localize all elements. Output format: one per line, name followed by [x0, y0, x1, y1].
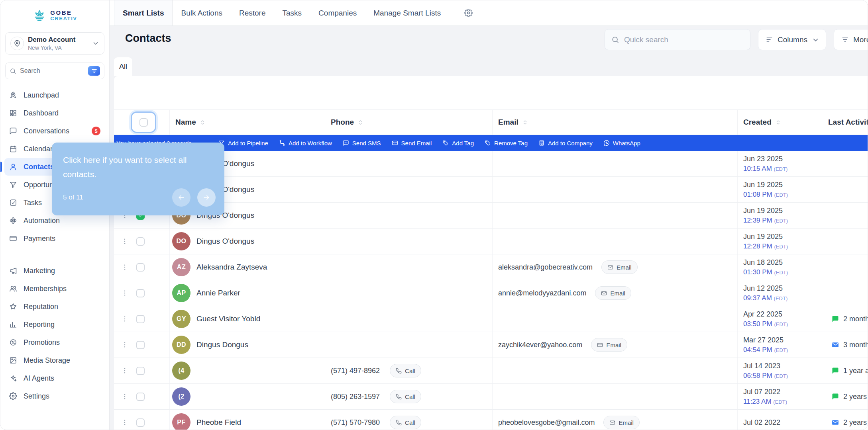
email-value: zaychik4ever@yahoo.com: [498, 341, 582, 349]
row-menu-icon[interactable]: [121, 419, 128, 426]
contact-name[interactable]: Dingus Dongus: [196, 340, 248, 349]
image-icon: [9, 356, 17, 364]
select-all-highlight: [131, 111, 156, 133]
sidebar-item-memberships[interactable]: Memberships: [4, 280, 105, 297]
created-date: Jun 23 2025: [743, 155, 783, 163]
row-checkbox[interactable]: [136, 289, 145, 297]
sidebar-item-reputation[interactable]: Reputation: [4, 298, 105, 315]
topnav-tab-manage-smart-lists[interactable]: Manage Smart Lists: [365, 0, 449, 25]
row-checkbox[interactable]: [136, 393, 145, 401]
gear-icon: [464, 9, 473, 17]
sort-icon: [357, 119, 363, 125]
phone-value: (805) 263-1597: [331, 393, 380, 401]
ai-search-icon[interactable]: [88, 66, 100, 76]
email-button[interactable]: Email: [601, 260, 638, 274]
sidebar-item-label: Promotions: [24, 338, 60, 347]
contact-name[interactable]: Guest Visitor Yobld: [196, 315, 260, 323]
bulk-actions: Add to PipelineAdd to WorkflowSend SMSSe…: [218, 140, 640, 147]
column-header-created[interactable]: Created: [738, 110, 824, 135]
call-button[interactable]: Call: [390, 390, 421, 403]
email-button[interactable]: Email: [595, 286, 631, 300]
column-header-last-activity[interactable]: Last Activity: [824, 110, 868, 135]
dots-vertical-icon: [121, 315, 128, 322]
sidebar-item-launchpad[interactable]: Launchpad: [4, 86, 105, 104]
quick-search-input[interactable]: [624, 35, 744, 44]
tooltip-prev-button[interactable]: [172, 188, 190, 207]
sidebar-item-ai-agents[interactable]: AI Agents: [4, 369, 105, 387]
action-send-email[interactable]: Send Email: [392, 140, 432, 147]
smartlist-settings-icon[interactable]: [464, 9, 473, 17]
row-checkbox[interactable]: [136, 418, 145, 427]
action-add-to-company[interactable]: Add to Company: [538, 140, 593, 147]
row-menu-icon[interactable]: [121, 367, 128, 374]
tab-all[interactable]: All: [114, 57, 132, 76]
chat-filled-icon: [831, 315, 839, 323]
avatar: PF: [172, 413, 190, 430]
topnav-tab-restore[interactable]: Restore: [231, 0, 274, 25]
sidebar-item-label: Calendars: [24, 145, 56, 153]
automation-icon: [9, 217, 17, 225]
topnav-tab-tasks[interactable]: Tasks: [274, 0, 310, 25]
table-row: DODingus O'dongusJun 19 202512:39 PM (ED…: [114, 203, 868, 229]
mail-icon: [597, 342, 603, 348]
more-filters-button[interactable]: More Filters: [834, 29, 868, 50]
row-menu-icon[interactable]: [121, 238, 128, 245]
action-add-to-pipeline[interactable]: Add to Pipeline: [218, 140, 268, 147]
table-row: AZAleksandra Zaytsevaaleksandra@gobecrea…: [114, 254, 868, 280]
action-remove-tag[interactable]: Remove Tag: [485, 140, 528, 147]
contact-name[interactable]: Annie Parker: [196, 289, 240, 297]
sidebar-search-input[interactable]: [20, 67, 84, 74]
row-menu-icon[interactable]: [121, 289, 128, 297]
action-whatsapp[interactable]: WhatsApp: [603, 140, 640, 147]
topnav-tab-companies[interactable]: Companies: [310, 0, 365, 25]
table-header-row: NamePhoneEmailCreatedLast Activity: [114, 109, 868, 135]
call-button[interactable]: Call: [390, 364, 421, 377]
row-menu-icon[interactable]: [121, 264, 128, 271]
created-date: Jun 19 2025: [743, 233, 783, 241]
sidebar-item-reporting[interactable]: Reporting: [4, 316, 105, 333]
row-menu-icon[interactable]: [121, 315, 128, 322]
sidebar-item-payments[interactable]: Payments: [4, 230, 105, 247]
sidebar-search[interactable]: [5, 63, 104, 79]
row-menu-icon[interactable]: [121, 393, 128, 400]
row-checkbox[interactable]: [136, 315, 145, 323]
row-menu-icon[interactable]: [121, 341, 128, 348]
account-switcher[interactable]: Demo Account New York, VA: [5, 32, 104, 55]
topnav-tab-bulk-actions[interactable]: Bulk Actions: [173, 0, 231, 25]
select-all-checkbox[interactable]: [139, 118, 148, 127]
sidebar-item-promotions[interactable]: Promotions: [4, 334, 105, 351]
column-header-name[interactable]: Name: [170, 110, 325, 135]
contact-name[interactable]: Aleksandra Zaytseva: [196, 263, 267, 272]
sidebar-item-dashboard[interactable]: Dashboard: [4, 104, 105, 122]
table-body: DODingus O'dongusJun 23 202510:15 AM (ED…: [114, 151, 868, 430]
table-row: APAnnie Parkerannie@melodyyazdani.comEma…: [114, 280, 868, 306]
sidebar-item-marketing[interactable]: Marketing: [4, 262, 105, 280]
sidebar-item-conversations[interactable]: Conversations5: [4, 122, 105, 140]
sidebar-item-label: Dashboard: [24, 109, 59, 117]
action-add-to-workflow[interactable]: Add to Workflow: [279, 140, 332, 147]
contact-name[interactable]: Pheobe Field: [196, 418, 241, 427]
sidebar-item-settings[interactable]: Settings: [4, 387, 105, 405]
sidebar-item-media-storage[interactable]: Media Storage: [4, 352, 105, 369]
quick-search[interactable]: [605, 29, 750, 50]
row-checkbox[interactable]: [136, 237, 145, 246]
email-button[interactable]: Email: [591, 338, 627, 352]
email-button[interactable]: Email: [603, 416, 640, 429]
call-button[interactable]: Call: [390, 416, 421, 429]
main-area: Smart ListsBulk ActionsRestoreTasksCompa…: [110, 0, 868, 430]
created-time: 01:08 PM (EDT): [743, 191, 788, 199]
action-send-sms[interactable]: Send SMS: [343, 140, 381, 147]
workflow-icon: [279, 140, 285, 146]
row-checkbox[interactable]: [136, 341, 145, 349]
contact-name[interactable]: Dingus O'dongus: [196, 237, 254, 246]
columns-button[interactable]: Columns: [758, 29, 826, 50]
topnav-tab-smart-lists[interactable]: Smart Lists: [114, 0, 173, 25]
column-header-email[interactable]: Email: [493, 110, 738, 135]
action-add-tag[interactable]: Add Tag: [442, 140, 474, 147]
column-header-phone[interactable]: Phone: [325, 110, 493, 135]
row-checkbox[interactable]: [136, 263, 145, 272]
star-icon: [9, 303, 17, 311]
row-checkbox[interactable]: [136, 367, 145, 375]
table-row: DDDingus Donguszaychik4ever@yahoo.comEma…: [114, 332, 868, 358]
tooltip-next-button[interactable]: [197, 188, 216, 207]
